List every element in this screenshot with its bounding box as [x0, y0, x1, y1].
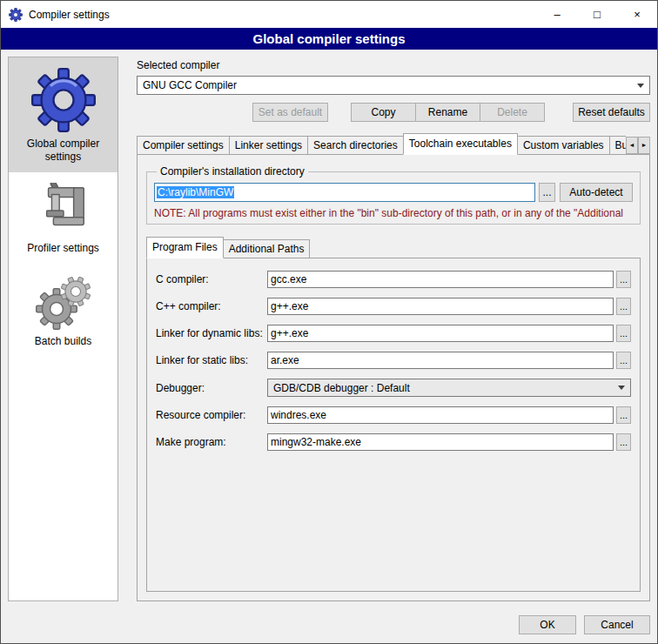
- toolchain-executables-panel: Compiler's installation directory C:\ray…: [137, 154, 650, 601]
- cpp-compiler-browse-button[interactable]: ...: [616, 298, 631, 315]
- install-dir-row: C:\raylib\MinGW ... Auto-detect: [154, 183, 633, 202]
- compiler-select[interactable]: GNU GCC Compiler: [137, 76, 650, 95]
- subtab-program-files[interactable]: Program Files: [146, 237, 224, 258]
- static-linker-input[interactable]: [267, 352, 614, 369]
- install-dir-group-title: Compiler's installation directory: [157, 165, 308, 178]
- cpp-compiler-input[interactable]: [267, 298, 614, 315]
- delete-button[interactable]: Delete: [480, 103, 545, 122]
- window-controls: – □ ×: [537, 1, 657, 28]
- program-files-tabs: Program Files Additional Paths: [146, 237, 641, 258]
- dialog-header: Global compiler settings: [1, 28, 657, 50]
- sidebar-item-label: Global compiler settings: [11, 138, 115, 164]
- subtab-additional-paths[interactable]: Additional Paths: [223, 239, 311, 258]
- tab-compiler-settings[interactable]: Compiler settings: [137, 136, 230, 155]
- sidebar-item-label: Batch builds: [35, 335, 91, 348]
- close-button[interactable]: ×: [617, 1, 657, 28]
- tab-search-directories[interactable]: Search directories: [307, 136, 404, 155]
- minimize-button[interactable]: –: [537, 1, 577, 28]
- field-row: C++ compiler: ...: [156, 298, 631, 315]
- compiler-actions: Set as default Copy Rename Delete Reset …: [137, 103, 650, 122]
- reset-defaults-button[interactable]: Reset defaults: [573, 103, 650, 122]
- install-dir-group: Compiler's installation directory C:\ray…: [146, 165, 641, 225]
- selected-compiler-label: Selected compiler: [137, 59, 650, 71]
- chevron-down-icon: [618, 386, 625, 390]
- install-dir-input[interactable]: C:\raylib\MinGW: [154, 183, 535, 202]
- resource-compiler-browse-button[interactable]: ...: [616, 406, 631, 424]
- resource-compiler-label: Resource compiler:: [156, 409, 267, 421]
- dynamic-linker-input[interactable]: [267, 325, 614, 342]
- dynamic-linker-browse-button[interactable]: ...: [616, 325, 631, 342]
- field-row: C compiler: ...: [156, 271, 631, 288]
- tab-build-options[interactable]: Buil: [609, 136, 626, 155]
- window-title: Compiler settings: [29, 9, 110, 21]
- titlebar[interactable]: Compiler settings – □ ×: [1, 1, 657, 28]
- chevron-down-icon: [637, 84, 644, 88]
- cpp-compiler-label: C++ compiler:: [156, 300, 267, 312]
- make-program-label: Make program:: [156, 436, 267, 448]
- field-row: Make program: ...: [156, 433, 631, 451]
- gray-gears-icon: [36, 274, 91, 330]
- compiler-settings-window: Compiler settings – □ × Global compiler …: [0, 0, 658, 644]
- sidebar-item-profiler-settings[interactable]: Profiler settings: [9, 172, 118, 264]
- dynamic-linker-label: Linker for dynamic libs:: [156, 327, 267, 339]
- dialog-footer: OK Cancel: [1, 607, 657, 643]
- main-panel: Selected compiler GNU GCC Compiler Set a…: [137, 57, 650, 601]
- field-row: Linker for dynamic libs: ...: [156, 325, 631, 342]
- clamp-icon: [37, 183, 91, 237]
- tab-scroll-right-button[interactable]: ►: [638, 137, 650, 154]
- program-files-panel: C compiler: ... C++ compiler: ... Linker…: [146, 258, 641, 592]
- set-as-default-button[interactable]: Set as default: [252, 103, 328, 122]
- tab-linker-settings[interactable]: Linker settings: [229, 136, 308, 155]
- install-dir-value: C:\raylib\MinGW: [157, 186, 234, 198]
- field-row: Linker for static libs: ...: [156, 352, 631, 369]
- cancel-button[interactable]: Cancel: [584, 615, 650, 634]
- static-linker-browse-button[interactable]: ...: [616, 352, 631, 369]
- c-compiler-browse-button[interactable]: ...: [616, 271, 631, 288]
- compiler-tabstrip: Compiler settings Linker settings Search…: [137, 133, 650, 155]
- debugger-select[interactable]: GDB/CDB debugger : Default: [267, 379, 631, 397]
- c-compiler-input[interactable]: [267, 271, 614, 288]
- field-row: Resource compiler: ...: [156, 406, 631, 424]
- program-files-tabstrip: Program Files Additional Paths: [146, 237, 641, 258]
- resource-compiler-input[interactable]: [267, 406, 614, 424]
- tab-toolchain-executables[interactable]: Toolchain executables: [403, 133, 518, 155]
- sidebar-item-batch-builds[interactable]: Batch builds: [9, 264, 118, 357]
- copy-button[interactable]: Copy: [351, 103, 416, 122]
- settings-category-list: Global compiler settings: [8, 57, 118, 601]
- tab-scroll-left-button[interactable]: ◄: [626, 137, 638, 154]
- blue-gear-icon: [31, 68, 96, 132]
- static-linker-label: Linker for static libs:: [156, 354, 267, 366]
- dialog-body: Global compiler settings: [1, 50, 657, 607]
- compiler-select-value: GNU GCC Compiler: [143, 79, 632, 91]
- make-program-input[interactable]: [267, 433, 614, 451]
- c-compiler-label: C compiler:: [156, 273, 267, 285]
- install-dir-note: NOTE: All programs must exist either in …: [154, 207, 633, 219]
- sidebar-item-global-compiler-settings[interactable]: Global compiler settings: [9, 57, 118, 172]
- install-dir-browse-button[interactable]: ...: [539, 183, 555, 202]
- autodetect-button[interactable]: Auto-detect: [560, 183, 633, 202]
- debugger-select-value: GDB/CDB debugger : Default: [273, 382, 613, 394]
- make-program-browse-button[interactable]: ...: [616, 433, 631, 451]
- sidebar-item-label: Profiler settings: [27, 242, 99, 255]
- compiler-tabs: Compiler settings Linker settings Search…: [137, 133, 626, 155]
- debugger-label: Debugger:: [156, 382, 267, 394]
- maximize-button[interactable]: □: [577, 1, 617, 28]
- ok-button[interactable]: OK: [519, 615, 576, 634]
- tab-custom-variables[interactable]: Custom variables: [517, 136, 610, 155]
- field-row: Debugger: GDB/CDB debugger : Default: [156, 379, 631, 397]
- window-icon: [9, 8, 23, 22]
- tab-scroll-controls: ◄ ►: [626, 137, 650, 154]
- rename-button[interactable]: Rename: [415, 103, 480, 122]
